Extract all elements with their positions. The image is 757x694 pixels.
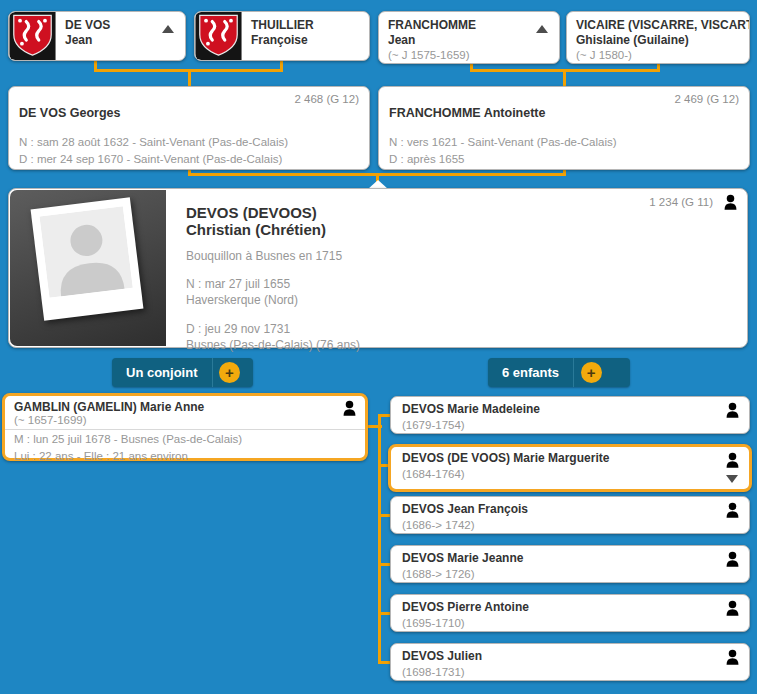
expand-ancestors-icon[interactable] xyxy=(162,25,174,33)
connector-line xyxy=(378,414,390,417)
male-person-icon xyxy=(724,502,741,519)
person-surname: THUILLIER xyxy=(251,18,314,33)
connector-line xyxy=(378,514,390,517)
family-tree-view: DE VOS Jean THUILLIER Françoise FRANCHOM… xyxy=(0,0,757,694)
sosa-number: 2 469 (G 12) xyxy=(674,93,739,105)
child-name: DEVOS Marie Jeanne xyxy=(402,551,719,565)
person-surname: FRANCHOMME xyxy=(388,18,476,33)
connector-line xyxy=(188,69,191,86)
spouse-name: GAMBLIN (GAMELIN) Marie Anne xyxy=(5,396,365,414)
person-given-name: Françoise xyxy=(251,33,314,48)
father-card-de-vos-georges[interactable]: 2 468 (G 12) DE VOS Georges N : sam 28 a… xyxy=(8,86,370,170)
person-dates: (~ J 1575-1659) xyxy=(388,48,476,63)
children-section-button[interactable]: 6 enfants + xyxy=(488,358,630,387)
birth-line: N : mar 27 juil 1655 xyxy=(186,276,360,292)
death-line: D : après 1655 xyxy=(389,151,739,168)
child-name: DEVOS (DE VOOS) Marie Marguerite xyxy=(402,451,719,465)
birth-place: Haverskerque (Nord) xyxy=(186,292,360,308)
child-card-pierre-antoine[interactable]: DEVOS Pierre Antoine (1695-1710) xyxy=(390,594,750,632)
ancestor-card-franchomme-jean[interactable]: FRANCHOMME Jean (~ J 1575-1659) xyxy=(378,11,560,64)
female-person-icon xyxy=(724,402,741,419)
sosa-number: 2 468 (G 12) xyxy=(294,93,359,105)
photo-placeholder[interactable] xyxy=(10,190,166,346)
mother-card-franchomme-antoinette[interactable]: 2 469 (G 12) FRANCHOMME Antoinette N : v… xyxy=(378,86,750,170)
death-place: Busnes (Pas-de-Calais) (76 ans) xyxy=(186,337,360,353)
coat-of-arms-icon xyxy=(9,12,56,60)
child-dates: (1679-1754) xyxy=(402,419,719,431)
collapse-descendants-icon[interactable] xyxy=(726,475,738,483)
coat-of-arms-icon xyxy=(195,12,242,60)
child-name: DEVOS Julien xyxy=(402,649,719,663)
child-name: DEVOS Jean François xyxy=(402,502,719,516)
death-line: D : jeu 29 nov 1731 xyxy=(186,321,360,337)
child-card-marie-jeanne[interactable]: DEVOS Marie Jeanne (1688-> 1726) xyxy=(390,545,750,583)
plus-icon: + xyxy=(581,362,602,383)
children-section-label: 6 enfants xyxy=(488,358,574,387)
main-person-card-devos-christian[interactable]: 1 234 (G 11) DEVOS (DEVOOS) Christian (C… xyxy=(8,188,748,348)
marriage-ages-line: Lui : 22 ans - Elle : 21 ans environ xyxy=(5,447,365,464)
spouse-section-label: Un conjoint xyxy=(112,358,213,387)
person-surname: DEVOS (DEVOOS) xyxy=(186,204,360,221)
person-dates: (~ J 1580-) xyxy=(576,48,741,63)
person-given-name: Jean xyxy=(388,33,476,48)
ancestor-card-vicaire-ghislaine[interactable]: VICAIRE (VISCARRE, VISCART,... Ghislaine… xyxy=(566,11,750,64)
child-dates: (1695-1710) xyxy=(402,617,719,629)
sosa-female-person-icon xyxy=(724,452,741,469)
add-spouse-button[interactable]: + xyxy=(213,358,247,387)
plus-icon: + xyxy=(219,362,240,383)
person-given-name: Ghislaine (Guilaine) xyxy=(576,33,741,48)
person-surname: DE VOS xyxy=(65,18,110,33)
child-dates: (1698-1731) xyxy=(402,666,719,678)
connector-line xyxy=(378,563,390,566)
death-line: D : mer 24 sep 1670 - Saint-Venant (Pas-… xyxy=(19,151,359,168)
birth-line: N : vers 1621 - Saint-Venant (Pas-de-Cal… xyxy=(389,134,739,151)
birth-line: N : sam 28 août 1632 - Saint-Venant (Pas… xyxy=(19,134,359,151)
child-card-jean-francois[interactable]: DEVOS Jean François (1686-> 1742) xyxy=(390,496,750,534)
child-card-julien[interactable]: DEVOS Julien (1698-1731) xyxy=(390,643,750,681)
sosa-male-person-icon xyxy=(722,194,739,211)
expand-ancestors-icon[interactable] xyxy=(536,25,548,33)
sosa-number: 1 234 (G 11) xyxy=(649,196,713,208)
add-child-button[interactable]: + xyxy=(574,358,608,387)
connector-line xyxy=(563,69,566,86)
sosa-female-person-icon xyxy=(341,400,358,417)
connector-line xyxy=(378,414,381,664)
connector-line xyxy=(378,612,390,615)
male-person-icon xyxy=(724,649,741,666)
child-name: DEVOS Marie Madeleine xyxy=(402,402,719,416)
ancestor-card-thuillier-francoise[interactable]: THUILLIER Françoise xyxy=(194,11,370,61)
person-given-name: Jean xyxy=(65,33,110,48)
child-card-marie-marguerite-selected[interactable]: DEVOS (DE VOOS) Marie Marguerite (1684-1… xyxy=(388,444,752,492)
person-name: DE VOS Georges xyxy=(19,106,359,120)
child-card-marie-madeleine[interactable]: DEVOS Marie Madeleine (1679-1754) xyxy=(390,396,750,434)
child-dates: (1684-1764) xyxy=(402,468,719,480)
male-person-icon xyxy=(724,600,741,617)
marriage-line: M : lun 25 juil 1678 - Busnes (Pas-de-Ca… xyxy=(5,430,365,447)
ancestor-card-de-vos-jean[interactable]: DE VOS Jean xyxy=(8,11,186,61)
person-name: FRANCHOMME Antoinette xyxy=(389,106,739,120)
spouse-section-button[interactable]: Un conjoint + xyxy=(112,358,253,387)
child-dates: (1686-> 1742) xyxy=(402,519,719,531)
person-given-name: Christian (Chrétien) xyxy=(186,221,360,238)
connector-line xyxy=(378,661,390,664)
female-person-icon xyxy=(724,551,741,568)
child-dates: (1688-> 1726) xyxy=(402,568,719,580)
spouse-dates: (~ 1657-1699) xyxy=(5,414,365,429)
occupation-line: Bouquillon à Busnes en 1715 xyxy=(186,249,360,263)
spouse-card-gamblin-marie-anne[interactable]: GAMBLIN (GAMELIN) Marie Anne (~ 1657-169… xyxy=(2,393,368,461)
person-surname: VICAIRE (VISCARRE, VISCART,... xyxy=(576,18,741,33)
child-name: DEVOS Pierre Antoine xyxy=(402,600,719,614)
portrait-silhouette-icon xyxy=(31,197,144,320)
